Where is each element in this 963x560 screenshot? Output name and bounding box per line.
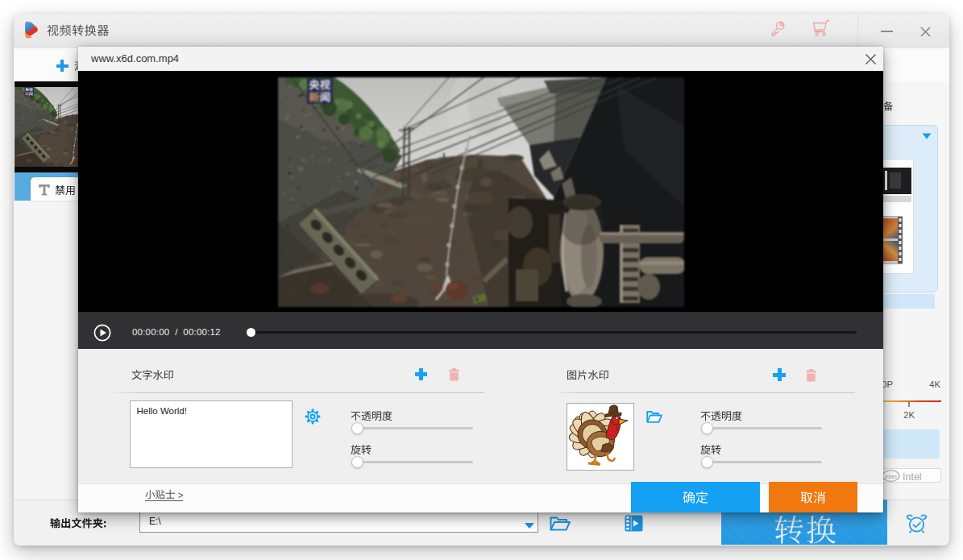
svg-text:intel: intel bbox=[885, 473, 897, 480]
